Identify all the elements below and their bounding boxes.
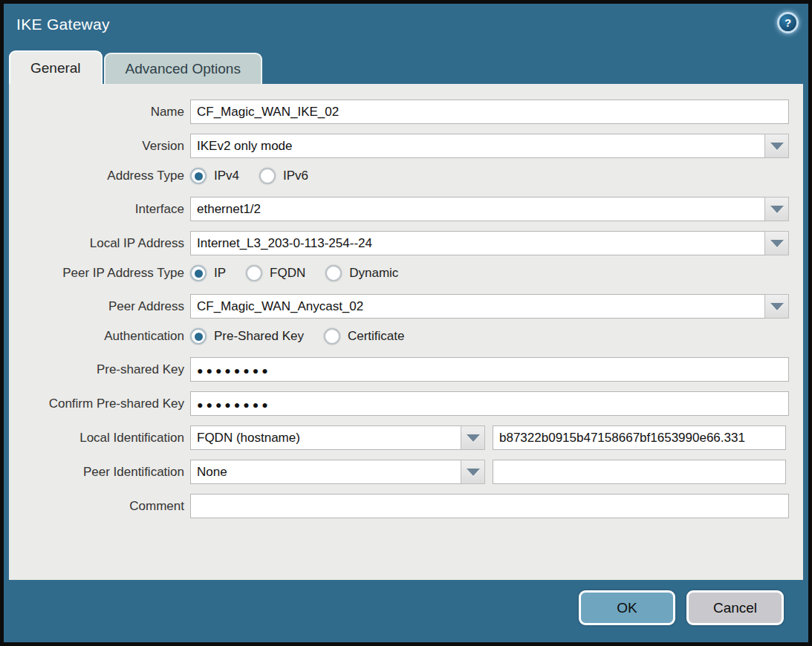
confirm-pre-shared-key-label: Confirm Pre-shared Key — [9, 397, 190, 411]
chevron-down-icon — [770, 143, 784, 150]
pre-shared-key-input[interactable] — [190, 357, 789, 382]
address-type-row: Address Type IPv4 IPv6 — [9, 168, 803, 184]
peer-address-label: Peer Address — [9, 299, 190, 314]
peer-identification-type-select[interactable] — [190, 460, 461, 484]
interface-label: Interface — [9, 202, 190, 217]
local-identification-label: Local Identification — [9, 431, 190, 446]
local-ip-address-row: Local IP Address — [9, 231, 803, 255]
local-ip-address-label: Local IP Address — [9, 236, 190, 251]
comment-label: Comment — [9, 499, 190, 514]
interface-select[interactable] — [190, 197, 765, 221]
chevron-down-icon — [467, 434, 480, 442]
authentication-label: Authentication — [9, 329, 190, 344]
name-row: Name — [9, 99, 803, 124]
local-identification-value-input[interactable] — [493, 425, 786, 450]
peer-identification-row: Peer Identification — [9, 460, 803, 484]
tab-advanced-options-label: Advanced Options — [126, 61, 241, 76]
radio-ipv4[interactable] — [190, 168, 207, 184]
pre-shared-key-row: Pre-shared Key — [9, 357, 803, 382]
peer-identification-dropdown-button[interactable] — [461, 460, 485, 484]
peer-identification-value-input[interactable] — [493, 460, 786, 484]
chevron-down-icon — [770, 240, 784, 247]
radio-fqdn[interactable] — [246, 265, 262, 281]
comment-row: Comment — [9, 494, 803, 518]
peer-address-select[interactable] — [190, 294, 765, 319]
peer-identification-label: Peer Identification — [9, 465, 190, 480]
interface-row: Interface — [9, 197, 803, 221]
radio-ip[interactable] — [190, 265, 207, 281]
radio-dot-icon — [195, 333, 203, 341]
cancel-button[interactable]: Cancel — [686, 590, 784, 625]
local-ip-address-dropdown-button[interactable] — [764, 231, 789, 255]
dialog-title: IKE Gateway — [4, 4, 808, 33]
version-label: Version — [9, 139, 190, 154]
peer-ip-address-type-row: Peer IP Address Type IP FQDN Dynamic — [9, 265, 803, 281]
radio-certificate-label: Certificate — [348, 329, 405, 344]
address-type-label: Address Type — [9, 169, 190, 183]
tab-advanced-options[interactable]: Advanced Options — [104, 53, 262, 84]
title-bar: IKE Gateway ? — [4, 4, 808, 50]
peer-address-dropdown-button[interactable] — [764, 294, 789, 319]
ike-gateway-dialog: IKE Gateway ? General Advanced Options N… — [0, 0, 812, 646]
peer-address-row: Peer Address — [9, 294, 803, 319]
radio-pre-shared-key-label: Pre-Shared Key — [214, 329, 304, 344]
tab-general-label: General — [30, 60, 81, 76]
local-identification-row: Local Identification — [9, 425, 803, 450]
help-icon[interactable]: ? — [777, 12, 799, 33]
chevron-down-icon — [770, 206, 784, 213]
version-select[interactable] — [190, 134, 765, 158]
name-label: Name — [9, 105, 190, 120]
radio-ipv6-label: IPv6 — [283, 169, 308, 183]
local-identification-dropdown-button[interactable] — [461, 425, 485, 450]
confirm-pre-shared-key-row: Confirm Pre-shared Key — [9, 391, 803, 416]
version-dropdown-button[interactable] — [764, 134, 789, 158]
radio-pre-shared-key[interactable] — [190, 328, 207, 345]
authentication-row: Authentication Pre-Shared Key Certificat… — [9, 328, 803, 345]
version-row: Version — [9, 134, 803, 158]
radio-ipv4-label: IPv4 — [214, 169, 239, 183]
tab-bar: General Advanced Options — [9, 50, 808, 84]
local-ip-address-select[interactable] — [190, 231, 765, 255]
radio-dot-icon — [195, 270, 203, 278]
tab-general[interactable]: General — [9, 50, 103, 84]
radio-ipv6[interactable] — [259, 168, 276, 184]
radio-dynamic-label: Dynamic — [349, 266, 398, 281]
chevron-down-icon — [770, 303, 784, 310]
chevron-down-icon — [467, 469, 480, 476]
general-tab-panel: Name Version Address Type IPv4 IPv6 — [9, 84, 803, 580]
interface-dropdown-button[interactable] — [764, 197, 789, 221]
peer-ip-address-type-label: Peer IP Address Type — [9, 266, 190, 281]
name-input[interactable] — [190, 99, 789, 124]
radio-dynamic[interactable] — [325, 265, 342, 281]
local-identification-type-select[interactable] — [190, 425, 461, 450]
comment-input[interactable] — [190, 494, 789, 518]
pre-shared-key-label: Pre-shared Key — [9, 362, 190, 377]
radio-dot-icon — [195, 172, 203, 180]
radio-fqdn-label: FQDN — [270, 266, 305, 281]
dialog-footer: OK Cancel — [4, 580, 808, 642]
confirm-pre-shared-key-input[interactable] — [190, 391, 789, 416]
radio-ip-label: IP — [214, 266, 226, 281]
radio-certificate[interactable] — [324, 328, 340, 345]
ok-button[interactable]: OK — [579, 590, 675, 625]
